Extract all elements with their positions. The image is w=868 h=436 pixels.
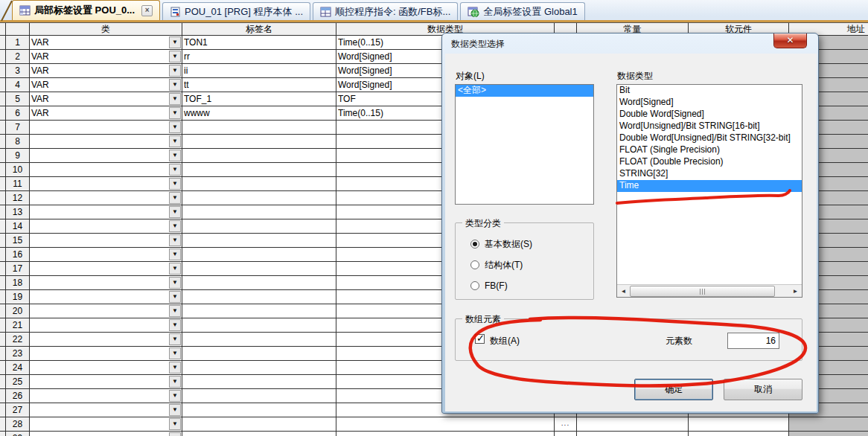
class-dropdown-button[interactable]: ▼ — [169, 220, 181, 232]
data-type-list-item[interactable]: FLOAT (Double Precision) — [617, 156, 802, 168]
cell-label[interactable] — [182, 375, 336, 389]
data-type-list-item[interactable]: FLOAT (Single Precision) — [617, 144, 802, 156]
class-dropdown-button[interactable]: ▼ — [169, 319, 181, 331]
cell-class[interactable]: ▼ — [30, 290, 182, 304]
tab-close-icon[interactable]: × — [141, 5, 153, 16]
cell-class[interactable]: ▼ — [30, 432, 182, 436]
cell-label[interactable] — [182, 149, 336, 163]
cell-class[interactable]: VAR▼ — [30, 92, 182, 106]
cell-class[interactable]: ▼ — [30, 417, 182, 432]
class-dropdown-button[interactable]: ▼ — [169, 404, 181, 416]
class-dropdown-button[interactable]: ▼ — [169, 234, 181, 246]
cell-class[interactable]: VAR▼ — [30, 64, 182, 78]
cell-class[interactable]: ▼ — [30, 149, 182, 163]
data-type-list-item[interactable]: Double Word[Signed] — [617, 109, 802, 121]
category-option[interactable]: 基本数据(S) — [470, 238, 532, 250]
object-list-item[interactable]: <全部> — [456, 85, 593, 97]
tab-local-label-setting[interactable]: 局部标签设置 POU_0... × — [12, 0, 160, 20]
cell-class[interactable]: ▼ — [30, 262, 182, 276]
cell-label[interactable] — [182, 177, 336, 191]
cancel-button[interactable]: 取消 — [724, 379, 802, 400]
cell-label[interactable] — [182, 389, 336, 403]
horizontal-scrollbar[interactable]: ◄ ► — [617, 284, 802, 297]
cell-label[interactable]: TOF_1 — [182, 92, 336, 106]
cell-class[interactable]: ▼ — [30, 389, 182, 403]
cell-class[interactable]: VAR▼ — [30, 78, 182, 92]
scroll-right-icon[interactable]: ► — [789, 285, 802, 298]
cell-label[interactable] — [182, 262, 336, 276]
cell-label[interactable]: rr — [182, 50, 336, 64]
type-detail-button[interactable]: ... — [555, 417, 577, 432]
cell-label[interactable]: ii — [182, 64, 336, 78]
cell-class[interactable]: ▼ — [30, 276, 182, 290]
data-type-list-item[interactable]: Word[Unsigned]/Bit STRING[16-bit] — [617, 121, 802, 132]
data-type-listbox[interactable]: BitWord[Signed]Double Word[Signed]Word[U… — [616, 84, 802, 298]
class-dropdown-button[interactable]: ▼ — [169, 51, 181, 62]
cell-class[interactable]: VAR▼ — [30, 106, 182, 121]
cell-class[interactable]: ▼ — [30, 304, 182, 318]
cell-device[interactable] — [689, 417, 789, 432]
cell-class[interactable]: ▼ — [30, 375, 182, 389]
tab-global-label-setting[interactable]: 全局标签设置 Global1 — [460, 2, 584, 20]
ok-button[interactable]: 确定 — [634, 379, 713, 400]
class-dropdown-button[interactable]: ▼ — [169, 150, 181, 161]
cell-label[interactable] — [182, 333, 336, 347]
class-dropdown-button[interactable]: ▼ — [169, 277, 181, 289]
class-dropdown-button[interactable]: ▼ — [169, 263, 181, 275]
class-dropdown-button[interactable]: ▼ — [169, 79, 181, 91]
class-dropdown-button[interactable]: ▼ — [169, 390, 181, 402]
cell-label[interactable] — [182, 135, 336, 149]
category-option[interactable]: FB(F) — [470, 280, 508, 292]
cell-class[interactable]: ▼ — [30, 191, 182, 205]
type-detail-button[interactable]: ... — [555, 432, 577, 436]
cell-label[interactable] — [182, 234, 336, 248]
cell-const[interactable] — [577, 417, 689, 432]
array-checkbox[interactable] — [475, 334, 485, 344]
cell-class[interactable]: VAR▼ — [30, 50, 182, 64]
cell-label[interactable] — [182, 248, 336, 262]
cell-class[interactable]: VAR▼ — [30, 36, 182, 50]
class-dropdown-button[interactable]: ▼ — [169, 93, 181, 105]
object-listbox[interactable]: <全部> — [455, 84, 594, 205]
cell-class[interactable]: ▼ — [30, 219, 182, 234]
class-dropdown-button[interactable]: ▼ — [169, 164, 181, 176]
data-type-list-item[interactable]: Bit — [617, 85, 802, 97]
data-type-list-item[interactable]: Double Word[Unsigned]/Bit STRING[32-bit] — [617, 132, 802, 144]
class-dropdown-button[interactable]: ▼ — [169, 107, 181, 119]
cell-label[interactable] — [182, 417, 336, 432]
class-dropdown-button[interactable]: ▼ — [169, 121, 181, 133]
cell-label[interactable]: TON1 — [182, 36, 336, 50]
cell-label[interactable]: tt — [182, 78, 336, 92]
class-dropdown-button[interactable]: ▼ — [169, 347, 181, 359]
cell-type[interactable] — [336, 432, 555, 436]
cell-class[interactable]: ▼ — [30, 135, 182, 149]
class-dropdown-button[interactable]: ▼ — [169, 432, 181, 436]
cell-class[interactable]: ▼ — [30, 318, 182, 333]
cell-class[interactable]: ▼ — [30, 248, 182, 262]
cell-label[interactable] — [182, 304, 336, 318]
radio-icon[interactable] — [470, 281, 479, 290]
dialog-close-button[interactable]: ✕ — [773, 33, 807, 48]
cell-label[interactable] — [182, 347, 336, 361]
class-dropdown-button[interactable]: ▼ — [169, 135, 181, 147]
cell-label[interactable] — [182, 276, 336, 290]
cell-class[interactable]: ▼ — [30, 333, 182, 347]
cell-class[interactable]: ▼ — [30, 361, 182, 375]
cell-type[interactable] — [336, 417, 555, 432]
class-dropdown-button[interactable]: ▼ — [169, 418, 181, 430]
cell-label[interactable] — [182, 432, 336, 436]
data-type-list-item[interactable]: Word[Signed] — [617, 97, 802, 109]
cell-device[interactable] — [689, 432, 789, 436]
cell-label[interactable] — [182, 403, 336, 417]
class-dropdown-button[interactable]: ▼ — [169, 333, 181, 345]
cell-label[interactable] — [182, 205, 336, 219]
class-dropdown-button[interactable]: ▼ — [169, 65, 181, 77]
cell-class[interactable]: ▼ — [30, 403, 182, 417]
cell-label[interactable]: wwww — [182, 106, 336, 121]
class-dropdown-button[interactable]: ▼ — [169, 362, 181, 374]
class-dropdown-button[interactable]: ▼ — [169, 192, 181, 204]
class-dropdown-button[interactable]: ▼ — [169, 206, 181, 218]
data-type-list-item[interactable]: STRING[32] — [617, 168, 802, 180]
class-dropdown-button[interactable]: ▼ — [169, 376, 181, 388]
class-dropdown-button[interactable]: ▼ — [169, 305, 181, 317]
